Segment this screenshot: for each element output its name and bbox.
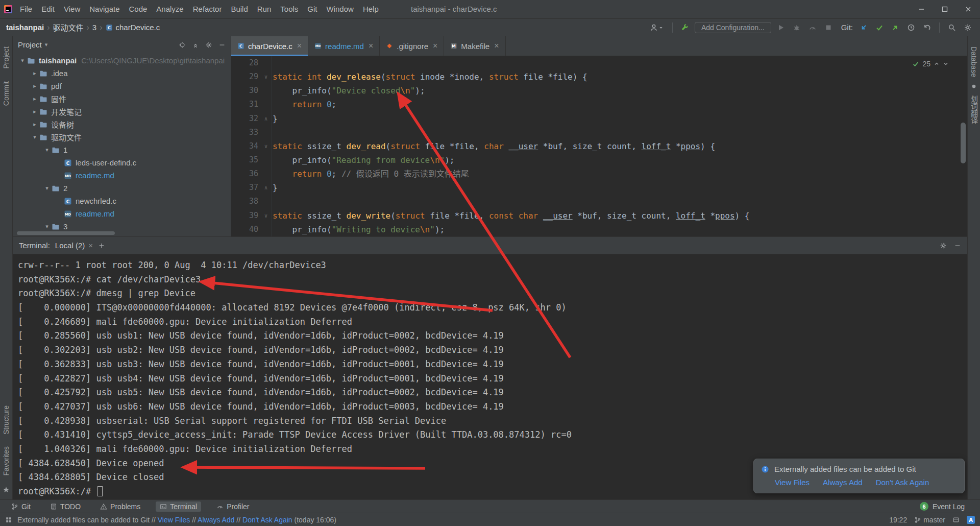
tree-item-驱动文件[interactable]: ▾驱动文件 (13, 131, 231, 144)
tree-toggle-icon[interactable]: ▾ (42, 185, 52, 192)
search-button[interactable] (946, 21, 958, 34)
menu-item-analyze[interactable]: Analyze (152, 0, 188, 18)
project-horizontal-scrollbar[interactable] (17, 231, 115, 235)
tree-item-readme.md[interactable]: MDreadme.md (13, 169, 231, 182)
collapse-all-button[interactable] (192, 41, 199, 49)
menu-item-run[interactable]: Run (253, 0, 276, 18)
fold-marker-icon[interactable]: ∧ (261, 181, 271, 195)
tree-item-开发笔记[interactable]: ▸开发笔记 (13, 105, 231, 118)
breadcrumb-item[interactable]: 3 (92, 23, 96, 32)
tree-item-readme.md[interactable]: MDreadme.md (13, 207, 231, 220)
menu-item-code[interactable]: Code (124, 0, 152, 18)
tool-window-button-problems[interactable]: Problems (96, 501, 144, 512)
build-button[interactable] (679, 21, 691, 34)
user-button[interactable] (648, 21, 666, 34)
tree-item-taishanpai[interactable]: ▾taishanpaiC:\Users\QINGJUE\Desktop\git\… (13, 54, 231, 67)
tree-toggle-icon[interactable]: ▸ (30, 83, 39, 89)
notification-link-view-files[interactable]: View Files (775, 478, 810, 487)
menu-item-git[interactable]: Git (303, 0, 322, 18)
tab-charDevice.c[interactable]: CcharDevice.c× (231, 36, 308, 56)
hide-button[interactable] (954, 242, 961, 249)
tree-toggle-icon[interactable]: ▸ (30, 121, 39, 128)
tree-toggle-icon[interactable]: ▾ (30, 134, 39, 140)
tree-item-.idea[interactable]: ▸.idea (13, 67, 231, 80)
settings-button[interactable] (940, 242, 947, 249)
translation-plugin-icon[interactable]: A (967, 516, 975, 524)
event-log-button[interactable]: 6 Event Log (920, 502, 965, 511)
tree-toggle-icon[interactable]: ▾ (18, 57, 27, 64)
tool-windows-grid-icon[interactable] (5, 516, 12, 523)
tree-item-leds-user-defind.c[interactable]: Cleds-user-defind.c (13, 156, 231, 169)
editor[interactable]: 2829∨static int dev_release(struct inode… (231, 56, 967, 236)
fold-marker-icon[interactable]: ∧ (261, 112, 271, 126)
tool-button-favorites[interactable]: Favorites (2, 446, 10, 476)
settings-button[interactable] (205, 41, 212, 49)
tool-button-project[interactable]: Project (2, 46, 10, 69)
menu-item-build[interactable]: Build (226, 0, 252, 18)
hide-button[interactable] (218, 41, 226, 49)
notification-link-always-add[interactable]: Always Add (823, 478, 863, 487)
tree-item-pdf[interactable]: ▸pdf (13, 80, 231, 92)
maximize-button[interactable] (933, 0, 957, 18)
tab-Makefile[interactable]: MMakefile× (444, 36, 505, 56)
tool-button-database[interactable]: Database (970, 46, 978, 77)
new-session-plus-icon[interactable] (98, 242, 105, 249)
inspection-widget[interactable]: 25 (912, 60, 949, 68)
tree-item-设备树[interactable]: ▸设备树 (13, 118, 231, 131)
menu-item-refactor[interactable]: Refactor (188, 0, 227, 18)
locate-button[interactable] (179, 41, 186, 49)
minimize-button[interactable] (910, 0, 933, 18)
add-configuration-button[interactable]: Add Configuration... (695, 22, 771, 33)
tool-button-translation[interactable]: 划词翻译 (969, 95, 979, 124)
editor-scrollbar[interactable] (961, 123, 966, 163)
terminal-tab-local[interactable]: Local (2) × (55, 241, 93, 250)
chevron-up-icon[interactable] (934, 61, 940, 67)
tree-item-newchrled.c[interactable]: Cnewchrled.c (13, 195, 231, 207)
status-link[interactable]: Always Add (198, 516, 234, 524)
tree-item-2[interactable]: ▾2 (13, 182, 231, 195)
tree-item-固件[interactable]: ▸固件 (13, 92, 231, 105)
history-button[interactable] (905, 21, 917, 34)
tool-window-button-profiler[interactable]: Profiler (212, 501, 253, 512)
settings-button[interactable] (962, 21, 974, 34)
bug-button[interactable] (791, 21, 803, 34)
update-button[interactable] (857, 21, 870, 34)
project-title[interactable]: Project (18, 40, 42, 49)
tab-.gitignore[interactable]: .gitignore× (380, 36, 444, 56)
status-link[interactable]: Don't Ask Again (242, 516, 292, 524)
play-button[interactable] (775, 21, 787, 34)
close-icon[interactable]: × (297, 42, 302, 50)
close-icon[interactable]: × (433, 42, 437, 50)
git-branch-widget[interactable]: master (914, 516, 945, 524)
menu-item-file[interactable]: File (15, 0, 37, 18)
tool-window-button-terminal[interactable]: Terminal (156, 501, 201, 512)
push-button[interactable] (889, 21, 901, 34)
close-icon[interactable]: × (494, 42, 499, 50)
menu-item-tools[interactable]: Tools (276, 0, 303, 18)
gauge-button[interactable] (806, 21, 819, 34)
tool-button-commit[interactable]: Commit (2, 81, 10, 106)
tree-toggle-icon[interactable]: ▾ (42, 147, 52, 153)
tree-toggle-icon[interactable]: ▸ (30, 108, 39, 115)
chevron-down-icon[interactable] (943, 61, 949, 67)
menu-item-window[interactable]: Window (322, 0, 358, 18)
fold-marker-icon[interactable]: ∨ (261, 209, 271, 223)
fold-marker-icon[interactable]: ∨ (261, 139, 271, 153)
rollback-button[interactable] (921, 21, 933, 34)
tool-window-button-git[interactable]: Git (7, 501, 35, 512)
status-link[interactable]: View Files (158, 516, 190, 524)
notification-link-don-t-ask-again[interactable]: Don't Ask Again (876, 478, 929, 487)
menu-item-view[interactable]: View (59, 0, 85, 18)
menu-item-edit[interactable]: Edit (37, 0, 59, 18)
tree-toggle-icon[interactable]: ▸ (30, 95, 39, 102)
breadcrumb-item[interactable]: 驱动文件 (53, 22, 84, 33)
breadcrumb-item[interactable]: CcharDevice.c (106, 23, 160, 32)
tool-button-structure[interactable]: Structure (2, 405, 10, 435)
stop-button[interactable] (822, 21, 835, 34)
close-button[interactable] (957, 0, 980, 18)
chevron-down-icon[interactable]: ▾ (45, 41, 48, 48)
plugin-icon[interactable] (971, 83, 977, 89)
tree-item-1[interactable]: ▾1 (13, 144, 231, 156)
tab-readme.md[interactable]: MDreadme.md× (308, 36, 380, 56)
fold-marker-icon[interactable]: ∨ (261, 70, 271, 84)
